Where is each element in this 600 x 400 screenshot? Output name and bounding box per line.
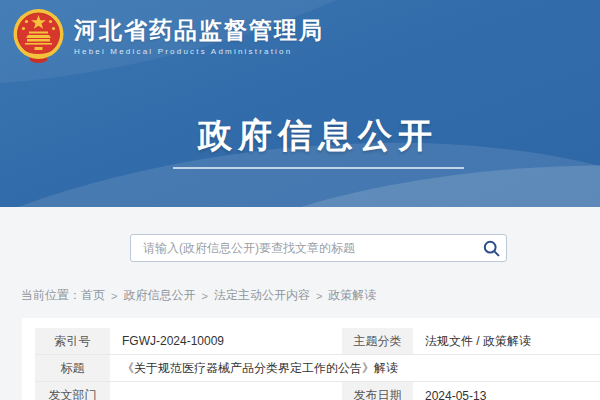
banner-underline bbox=[173, 167, 464, 169]
page: 河北省药品监督管理局 Hebei Medical Products Admini… bbox=[0, 0, 600, 400]
site-title: 河北省药品监督管理局 Hebei Medical Products Admini… bbox=[74, 17, 324, 56]
breadcrumb-separator: > bbox=[111, 290, 117, 302]
document-card: 索引号 FGWJ-2024-10009 主题分类 法规文件 / 政策解读 标题 … bbox=[22, 318, 600, 400]
site-title-en: Hebei Medical Products Administration bbox=[74, 47, 324, 56]
breadcrumb-prefix: 当前位置： bbox=[21, 287, 81, 304]
search-box bbox=[130, 234, 507, 262]
breadcrumb-separator: > bbox=[316, 290, 322, 302]
site-header: 河北省药品监督管理局 Hebei Medical Products Admini… bbox=[0, 0, 600, 207]
document-meta-table: 索引号 FGWJ-2024-10009 主题分类 法规文件 / 政策解读 标题 … bbox=[35, 328, 600, 400]
meta-value-topic-category: 法规文件 / 政策解读 bbox=[415, 328, 600, 354]
breadcrumb-item-gov-info[interactable]: 政府信息公开 bbox=[123, 287, 195, 304]
meta-value-index-no: FGWJ-2024-10009 bbox=[112, 328, 340, 354]
table-row: 索引号 FGWJ-2024-10009 主题分类 法规文件 / 政策解读 bbox=[35, 328, 600, 355]
meta-value-title: 《关于规范医疗器械产品分类界定工作的公告》解读 bbox=[112, 355, 600, 381]
meta-value-issuing-dept bbox=[112, 382, 340, 400]
site-title-cn: 河北省药品监督管理局 bbox=[74, 17, 324, 43]
meta-label-issuing-dept: 发文部门 bbox=[35, 382, 112, 400]
meta-label-topic-category: 主题分类 bbox=[340, 328, 415, 354]
breadcrumb: 当前位置： 首页 > 政府信息公开 > 法定主动公开内容 > 政策解读 bbox=[21, 287, 376, 304]
breadcrumb-item-policy-interpretation: 政策解读 bbox=[328, 287, 376, 304]
magnifier-icon bbox=[483, 240, 500, 257]
content-area: 当前位置： 首页 > 政府信息公开 > 法定主动公开内容 > 政策解读 索引号 … bbox=[0, 207, 600, 400]
breadcrumb-separator: > bbox=[201, 290, 207, 302]
breadcrumb-item-home[interactable]: 首页 bbox=[81, 287, 105, 304]
meta-label-publish-date: 发布日期 bbox=[340, 382, 415, 400]
site-logo[interactable]: 河北省药品监督管理局 Hebei Medical Products Admini… bbox=[12, 7, 324, 65]
meta-label-index-no: 索引号 bbox=[35, 328, 112, 354]
table-row: 发文部门 发布日期 2024-05-13 bbox=[35, 382, 600, 400]
breadcrumb-item-statutory-disclosure[interactable]: 法定主动公开内容 bbox=[214, 287, 310, 304]
meta-value-publish-date: 2024-05-13 bbox=[415, 382, 600, 400]
china-national-emblem-icon bbox=[12, 7, 65, 65]
search-input[interactable] bbox=[131, 235, 476, 261]
search-button[interactable] bbox=[476, 235, 506, 261]
banner-title: 政府信息公开 bbox=[138, 113, 498, 159]
meta-label-title: 标题 bbox=[35, 355, 112, 381]
table-row: 标题 《关于规范医疗器械产品分类界定工作的公告》解读 bbox=[35, 355, 600, 382]
